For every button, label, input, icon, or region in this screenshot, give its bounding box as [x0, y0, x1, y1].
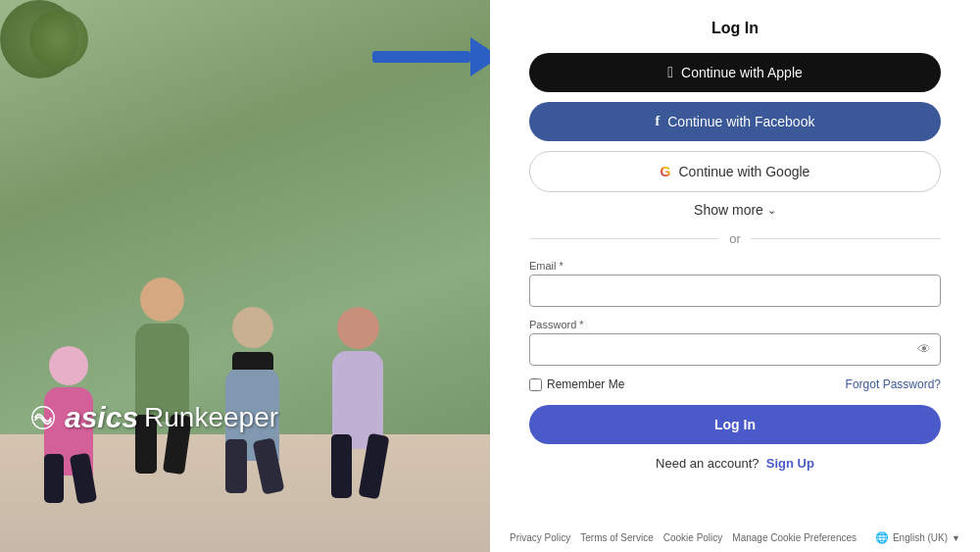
forgot-password-link[interactable]: Forgot Password?	[846, 377, 941, 391]
chevron-down-icon: ⌄	[767, 204, 776, 217]
signup-prompt: Need an account? Sign Up	[656, 456, 814, 471]
facebook-icon: f	[656, 114, 661, 129]
remember-me-text: Remember Me	[547, 377, 624, 391]
language-label: English (UK)	[893, 532, 948, 543]
runner-4	[323, 307, 392, 498]
divider-line-right	[751, 238, 941, 239]
apple-button-label: Continue with Apple	[681, 65, 803, 80]
terms-link[interactable]: Terms of Service	[580, 532, 653, 543]
google-button-label: Continue with Google	[679, 164, 810, 179]
page-title: Log In	[711, 20, 759, 37]
email-label: Email *	[529, 260, 941, 272]
apple-icon: 	[667, 65, 673, 80]
divider-line-left	[529, 238, 719, 239]
facebook-login-button[interactable]: f Continue with Facebook	[529, 102, 941, 141]
google-icon: G	[661, 164, 671, 179]
arrow-head	[470, 37, 490, 76]
runner-2	[127, 277, 196, 474]
signup-prompt-text: Need an account?	[656, 456, 760, 471]
facebook-button-label: Continue with Facebook	[667, 114, 814, 129]
globe-icon: 🌐	[875, 531, 889, 544]
privacy-policy-link[interactable]: Privacy Policy	[510, 532, 570, 543]
remember-me-label: Remember Me	[529, 377, 624, 391]
password-visibility-toggle[interactable]: 👁	[917, 341, 931, 357]
manage-cookies-link[interactable]: Manage Cookie Preferences	[732, 532, 857, 543]
logo-container: asics Runkeeper	[29, 401, 278, 434]
email-input[interactable]	[529, 275, 941, 307]
password-field-group: Password * 👁	[529, 319, 941, 366]
language-chevron-icon: ▼	[952, 533, 960, 543]
plant-decoration	[29, 10, 88, 69]
brand-logo: asics Runkeeper	[29, 401, 278, 434]
show-more-button[interactable]: Show more ⌄	[694, 202, 776, 218]
google-login-button[interactable]: G Continue with Google	[529, 151, 941, 192]
apple-login-button[interactable]:  Continue with Apple	[529, 53, 941, 92]
hero-panel: asics Runkeeper	[0, 0, 490, 552]
signup-link[interactable]: Sign Up	[766, 456, 814, 471]
remember-me-checkbox[interactable]	[529, 378, 542, 391]
divider: or	[529, 231, 941, 246]
password-label: Password *	[529, 319, 941, 330]
password-input[interactable]	[529, 333, 941, 366]
arrow-indicator	[372, 37, 490, 76]
divider-or-text: or	[729, 231, 741, 246]
footer-links: Privacy Policy Terms of Service Cookie P…	[510, 532, 857, 543]
runkeeper-text: Runkeeper	[144, 402, 278, 433]
runner-3	[216, 307, 289, 493]
cookie-policy-link[interactable]: Cookie Policy	[663, 532, 723, 543]
arrow-body	[372, 51, 470, 63]
language-selector[interactable]: 🌐 English (UK) ▼	[875, 531, 960, 544]
footer: Privacy Policy Terms of Service Cookie P…	[490, 531, 980, 544]
login-button[interactable]: Log In	[529, 405, 941, 444]
asics-icon	[29, 404, 57, 431]
login-panel: Log In  Continue with Apple f Continue …	[490, 0, 980, 552]
show-more-label: Show more	[694, 202, 763, 218]
form-footer: Remember Me Forgot Password?	[529, 377, 941, 391]
email-field-group: Email *	[529, 260, 941, 307]
asics-text: asics	[65, 401, 138, 434]
